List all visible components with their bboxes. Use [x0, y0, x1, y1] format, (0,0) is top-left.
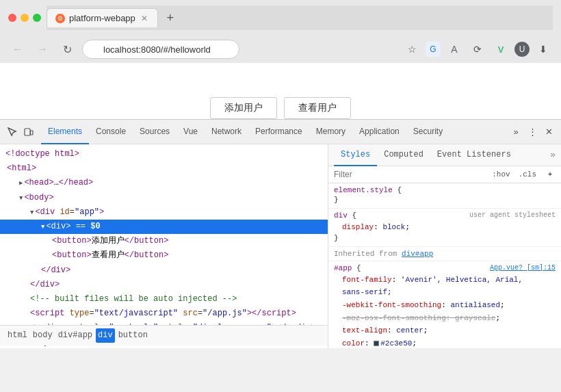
minimize-button[interactable]: [21, 14, 29, 22]
dom-line[interactable]: <html>: [0, 161, 328, 176]
filter-hov-button[interactable]: :hov: [489, 170, 512, 179]
style-val[interactable]: #2c3e50: [380, 339, 412, 348]
dom-line[interactable]: ▼<body>: [0, 191, 328, 205]
style-prop[interactable]: color: [342, 339, 365, 348]
eq-sign: =: [198, 309, 203, 318]
style-val[interactable]: antialiased: [450, 301, 500, 309]
style-prop-line: sans-serif;: [334, 286, 556, 299]
browser-tab[interactable]: ⚙ platform-webapp ✕: [47, 8, 158, 27]
element-style-rule: element.style { }: [328, 183, 561, 209]
style-val[interactable]: 'Avenir', Helvetica, Arial,: [401, 276, 523, 284]
dom-line[interactable]: <script type="text/javascript" src="/app…: [0, 306, 328, 321]
tab-memory[interactable]: Memory: [309, 120, 352, 144]
tab-sources[interactable]: Sources: [133, 120, 177, 144]
dom-line[interactable]: ▼<div id="app">: [0, 205, 328, 220]
add-style-button[interactable]: +: [545, 169, 556, 180]
style-selector[interactable]: #app {App.vue? [sm]:15: [334, 264, 556, 272]
style-selector[interactable]: element.style {: [334, 186, 556, 194]
back-button[interactable]: ←: [8, 40, 27, 59]
styles-filter-input[interactable]: [334, 170, 484, 179]
tab-application[interactable]: Application: [352, 120, 406, 144]
new-tab-button[interactable]: +: [161, 8, 180, 27]
profile-icon[interactable]: U: [514, 42, 530, 57]
style-val[interactable]: center: [396, 326, 423, 335]
dom-line[interactable]: <!doctype html>: [0, 147, 328, 161]
reload-button[interactable]: ↻: [57, 40, 77, 59]
dom-tag: </button>: [125, 250, 169, 260]
style-prop[interactable]: font-family: [342, 276, 392, 284]
dom-tag: <head>: [24, 178, 53, 187]
dom-line[interactable]: ▶<head>…</head>: [0, 176, 328, 190]
brace: }: [334, 196, 339, 204]
translate2-icon[interactable]: A: [445, 40, 464, 59]
eq-sign: =: [70, 207, 75, 217]
dom-line-selected[interactable]: ▼<div> == $0: [0, 220, 328, 234]
maximize-button[interactable]: [33, 14, 41, 22]
history-icon[interactable]: ⟳: [468, 40, 487, 59]
color-swatch: [374, 341, 379, 346]
tab-bar: ⚙ platform-webapp ✕ +: [47, 5, 553, 30]
vuejs-icon[interactable]: V: [491, 40, 510, 59]
filter-cls-button[interactable]: .cls: [516, 170, 539, 179]
title-bar: ⚙ platform-webapp ✕ +: [0, 0, 561, 36]
dom-tag: <script: [30, 309, 64, 318]
style-prop[interactable]: -webkit-font-smoothing: [342, 301, 441, 309]
style-prop[interactable]: display: [342, 223, 374, 231]
breadcrumb-button[interactable]: button: [116, 328, 150, 343]
tab-title: platform-webapp: [69, 13, 135, 23]
triangle-icon: ▼: [30, 209, 34, 216]
styles-overflow-icon[interactable]: »: [550, 150, 556, 160]
tab-elements[interactable]: Elements: [41, 120, 89, 144]
dom-tag: <button>: [52, 250, 92, 260]
devtools-menu-icon[interactable]: ⋮: [525, 125, 539, 139]
translate-icon[interactable]: G: [426, 42, 441, 57]
element-picker-icon[interactable]: [5, 125, 19, 139]
dom-line[interactable]: </div>: [0, 278, 328, 292]
tab-close-button[interactable]: ✕: [140, 14, 149, 23]
dom-tag: <div>: [46, 222, 70, 231]
dom-line[interactable]: <button>查看用户</button>: [0, 248, 328, 263]
add-user-button[interactable]: 添加用户: [210, 97, 277, 119]
brace: }: [334, 234, 339, 242]
tab-styles[interactable]: Styles: [334, 144, 377, 166]
view-user-button[interactable]: 查看用户: [284, 97, 351, 119]
breadcrumb-div[interactable]: div: [96, 328, 115, 343]
close-button[interactable]: [8, 14, 16, 22]
devtools-toolbar: Elements Console Sources Vue Network Per…: [0, 120, 561, 144]
tab-vue[interactable]: Vue: [177, 120, 205, 144]
tab-console[interactable]: Console: [89, 120, 133, 144]
breadcrumb-html[interactable]: html: [5, 328, 29, 343]
tab-computed[interactable]: Computed: [377, 144, 430, 166]
style-selector[interactable]: div {user agent stylesheet: [334, 211, 556, 220]
address-input[interactable]: [82, 40, 239, 59]
breadcrumb-divapp[interactable]: div#app: [56, 328, 94, 343]
attr-name: id: [60, 207, 69, 217]
device-toggle-icon[interactable]: [22, 125, 36, 139]
toolbar-right: ☆ G A ⟳ V U ⬇: [402, 40, 553, 59]
devtools-close-icon[interactable]: ✕: [542, 125, 556, 139]
more-tabs-icon[interactable]: »: [509, 125, 523, 139]
tab-event-listeners[interactable]: Event Listeners: [430, 144, 518, 166]
breadcrumb-body[interactable]: body: [31, 328, 55, 343]
forward-button[interactable]: →: [33, 40, 52, 59]
dom-line[interactable]: <button>添加用户</button>: [0, 234, 328, 248]
dom-tag: </div>: [30, 280, 60, 289]
dollar-sign: $0: [90, 222, 100, 231]
style-prop[interactable]: text-align: [342, 326, 387, 335]
download-icon[interactable]: ⬇: [534, 40, 553, 59]
dom-line[interactable]: </div>: [0, 263, 328, 278]
inherited-element-link[interactable]: div#app: [402, 250, 433, 258]
style-val[interactable]: block: [382, 223, 405, 231]
breakpoint-dot: [3, 224, 8, 230]
dom-text: 添加用户: [92, 236, 125, 246]
style-prop-line: -moz-osx-font-smoothing: grayscale;: [334, 312, 556, 325]
tab-performance[interactable]: Performance: [248, 120, 309, 144]
tab-network[interactable]: Network: [205, 120, 248, 144]
rule-source-link[interactable]: App.vue? [sm]:15: [490, 264, 556, 272]
bookmark-icon[interactable]: ☆: [402, 40, 421, 59]
tab-security[interactable]: Security: [406, 120, 449, 144]
styles-filter: :hov .cls +: [328, 166, 561, 183]
triangle-icon: ▼: [41, 224, 44, 231]
tab-favicon: ⚙: [55, 14, 65, 23]
dom-line[interactable]: <!-- built files will be auto injected -…: [0, 292, 328, 306]
